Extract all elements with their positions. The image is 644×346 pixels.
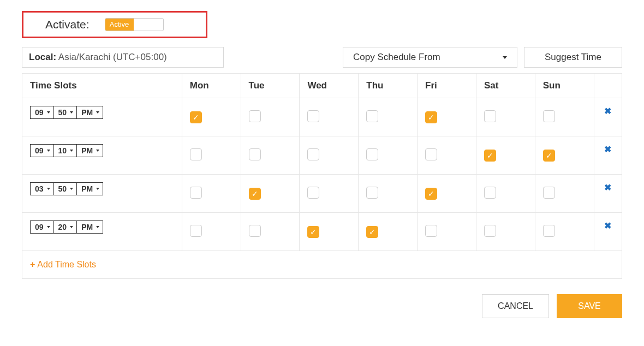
time-editor: 0920PM (30, 220, 103, 234)
day-checkbox[interactable] (307, 110, 319, 122)
day-cell: ✓ (241, 175, 300, 213)
time-slot-cell: 0920PM (22, 213, 182, 251)
day-checkbox[interactable] (249, 148, 261, 160)
day-checkbox[interactable]: ✓ (543, 150, 555, 162)
hour-select[interactable]: 09 (31, 106, 54, 118)
day-checkbox[interactable]: ✓ (249, 188, 261, 200)
minute-select[interactable]: 50 (54, 183, 77, 195)
hour-value: 09 (35, 221, 44, 233)
hour-select[interactable]: 09 (31, 145, 54, 157)
delete-row-button[interactable]: ✖ (594, 175, 622, 213)
minute-value: 20 (58, 221, 67, 233)
ampm-select[interactable]: PM (77, 221, 103, 233)
day-checkbox[interactable]: ✓ (307, 226, 319, 238)
save-button[interactable]: SAVE (557, 294, 622, 318)
ampm-value: PM (81, 145, 93, 157)
day-checkbox[interactable]: ✓ (484, 150, 496, 162)
table-header-row: Time Slots Mon Tue Wed Thu Fri Sat Sun (22, 74, 622, 98)
day-checkbox[interactable]: ✓ (425, 111, 437, 123)
delete-row-button[interactable]: ✖ (594, 136, 622, 175)
day-checkbox[interactable] (190, 187, 202, 199)
activate-label: Activate: (45, 18, 90, 31)
header-day: Mon (182, 74, 241, 98)
cancel-button[interactable]: CANCEL (482, 294, 549, 318)
suggest-time-button[interactable]: Suggest Time (524, 47, 622, 68)
add-time-slots-label: Add Time Slots (37, 260, 96, 269)
time-editor: 0950PM (30, 106, 103, 119)
minute-value: 50 (58, 183, 67, 195)
day-cell (476, 175, 535, 213)
close-icon: ✖ (604, 106, 611, 116)
close-icon: ✖ (604, 221, 611, 230)
time-slot-cell: 0950PM (22, 98, 182, 136)
chevron-down-icon (503, 56, 507, 59)
ampm-value: PM (81, 221, 93, 233)
minute-value: 50 (58, 106, 67, 118)
day-checkbox[interactable]: ✓ (366, 226, 378, 238)
table-row: 0350PM✓✓✖ (22, 175, 622, 213)
add-row: +Add Time Slots (22, 251, 622, 279)
hour-select[interactable]: 09 (31, 221, 54, 233)
controls-row: Local: Asia/Karachi (UTC+05:00) Copy Sch… (22, 47, 622, 68)
day-checkbox[interactable] (307, 187, 319, 199)
day-checkbox[interactable] (543, 187, 555, 199)
day-checkbox[interactable] (484, 187, 496, 199)
day-cell (359, 136, 418, 175)
ampm-select[interactable]: PM (77, 183, 103, 195)
add-time-slots-button[interactable]: +Add Time Slots (22, 251, 622, 279)
chevron-down-icon (96, 111, 99, 114)
minute-select[interactable]: 50 (54, 106, 77, 118)
day-cell (241, 213, 300, 251)
table-row: 0920PM✓✓✖ (22, 213, 622, 251)
day-checkbox[interactable] (543, 225, 555, 237)
day-checkbox[interactable] (484, 110, 496, 122)
day-cell (241, 98, 300, 136)
hour-value: 09 (35, 145, 44, 157)
day-checkbox[interactable]: ✓ (190, 111, 202, 123)
day-checkbox[interactable]: ✓ (425, 188, 437, 200)
header-actions (594, 74, 622, 98)
copy-schedule-dropdown[interactable]: Copy Schedule From (343, 47, 517, 68)
day-cell: ✓ (182, 98, 241, 136)
day-cell (359, 98, 418, 136)
day-checkbox[interactable] (484, 225, 496, 237)
day-cell (300, 175, 359, 213)
day-cell: ✓ (418, 175, 476, 213)
day-cell (476, 98, 535, 136)
day-cell (535, 175, 594, 213)
chevron-down-icon (47, 188, 50, 190)
chevron-down-icon (70, 111, 73, 114)
hour-select[interactable]: 03 (31, 183, 54, 195)
activate-toggle[interactable]: Active (105, 18, 164, 31)
minute-select[interactable]: 10 (54, 145, 77, 157)
day-cell: ✓ (359, 213, 418, 251)
minute-select[interactable]: 20 (54, 221, 77, 233)
header-timeslots: Time Slots (22, 74, 182, 98)
day-checkbox[interactable] (190, 225, 202, 237)
ampm-value: PM (81, 183, 93, 195)
chevron-down-icon (96, 188, 99, 190)
delete-row-button[interactable]: ✖ (594, 98, 622, 136)
day-checkbox[interactable] (543, 110, 555, 122)
chevron-down-icon (47, 150, 50, 152)
day-checkbox[interactable] (366, 148, 378, 160)
day-checkbox[interactable] (249, 225, 261, 237)
close-icon: ✖ (604, 145, 611, 154)
day-cell: ✓ (418, 98, 476, 136)
day-checkbox[interactable] (307, 148, 319, 160)
day-cell (241, 136, 300, 175)
ampm-select[interactable]: PM (77, 106, 103, 118)
footer-buttons: CANCEL SAVE (22, 294, 622, 318)
table-row: 0910PM✓✓✖ (22, 136, 622, 175)
day-checkbox[interactable] (190, 148, 202, 160)
day-checkbox[interactable] (249, 110, 261, 122)
timezone-select[interactable]: Local: Asia/Karachi (UTC+05:00) (22, 47, 224, 68)
day-checkbox[interactable] (366, 110, 378, 122)
ampm-value: PM (81, 106, 93, 118)
delete-row-button[interactable]: ✖ (594, 213, 622, 251)
day-checkbox[interactable] (366, 187, 378, 199)
day-cell (535, 213, 594, 251)
day-checkbox[interactable] (425, 148, 437, 160)
day-checkbox[interactable] (425, 225, 437, 237)
ampm-select[interactable]: PM (77, 145, 103, 157)
